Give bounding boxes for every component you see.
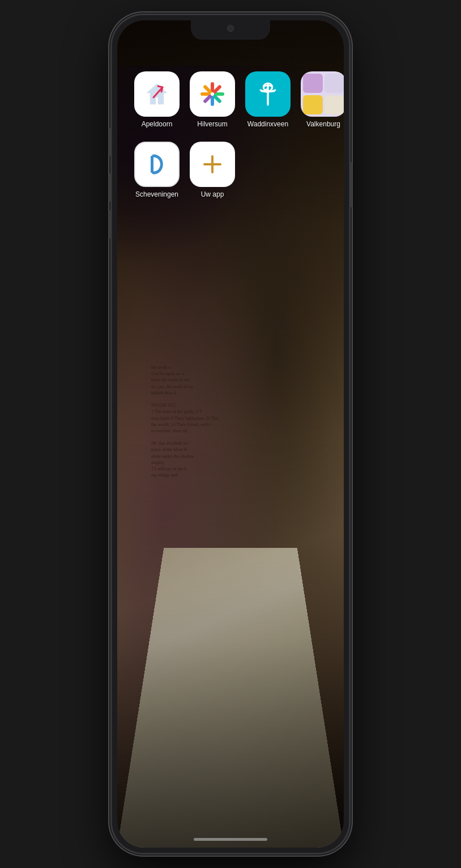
app-label-valkenburg: Valkenburg <box>306 120 340 128</box>
app-item-waddinxveen[interactable]: Waddinxveen <box>245 71 291 128</box>
app-label-waddinxveen: Waddinxveen <box>247 120 288 128</box>
valk-cell-2 <box>325 74 344 93</box>
app-label-scheveningen: Scheveningen <box>135 190 178 198</box>
svg-rect-15 <box>151 156 153 173</box>
home-indicator[interactable] <box>194 838 267 841</box>
phone-screen: the work o God be upon us: a bless the w… <box>117 20 344 848</box>
app-icon-hilversum <box>190 71 235 117</box>
notch <box>191 20 270 40</box>
app-grid: Apeldoorn <box>134 71 327 212</box>
app-item-scheveningen[interactable]: Scheveningen <box>134 142 180 198</box>
app-icon-scheveningen <box>134 142 180 187</box>
app-item-hilversum[interactable]: Hilversum <box>190 71 235 128</box>
app-label-hilversum: Hilversum <box>197 120 227 128</box>
app-icon-valkenburg <box>301 71 344 117</box>
app-item-uw-app[interactable]: Uw app <box>190 142 235 198</box>
app-item-valkenburg[interactable]: Valkenburg <box>301 71 344 128</box>
valk-cell-4 <box>325 95 344 114</box>
app-icon-waddinxveen <box>245 71 291 117</box>
app-label-uw-app: Uw app <box>201 190 224 198</box>
app-row-1: Apeldoorn <box>134 71 327 128</box>
app-row-2: Scheveningen Uw app <box>134 142 327 198</box>
app-label-apeldoorn: Apeldoorn <box>142 120 173 128</box>
app-item-apeldoorn[interactable]: Apeldoorn <box>134 71 180 128</box>
app-icon-apeldoorn <box>134 71 180 117</box>
valk-cell-3 <box>303 95 323 114</box>
app-icon-uw-app <box>190 142 235 187</box>
phone-frame: the work o God be upon us: a bless the w… <box>112 15 349 853</box>
valk-cell-1 <box>303 74 323 93</box>
notch-camera <box>227 25 234 32</box>
